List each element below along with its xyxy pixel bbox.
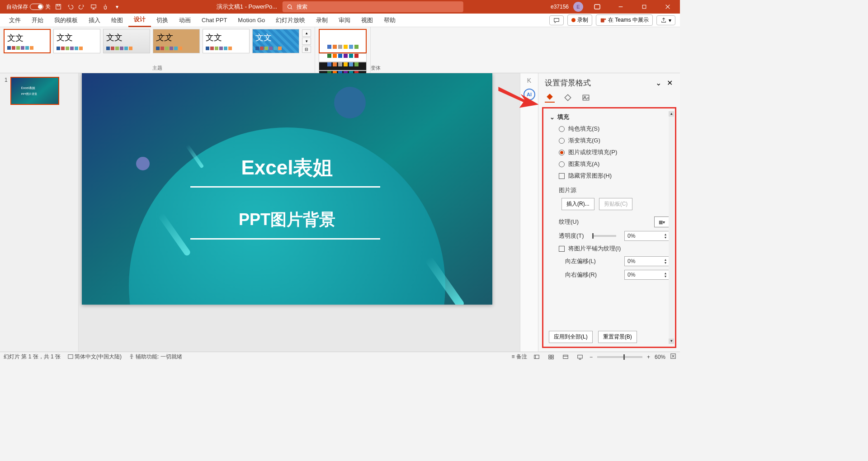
zoom-slider[interactable] xyxy=(597,356,642,358)
fill-tab-icon[interactable] xyxy=(545,93,555,103)
insert-picture-button[interactable]: 插入(R)... xyxy=(561,198,594,210)
scroll-down-icon[interactable]: ▾ xyxy=(669,339,674,344)
accessibility-indicator[interactable]: 辅助功能: 一切就绪 xyxy=(129,353,182,361)
slide-subtitle[interactable]: PPT图片背景 xyxy=(82,209,492,231)
transparency-input[interactable]: 0%▴▾ xyxy=(624,231,670,241)
picture-source-label: 图片源 xyxy=(550,186,670,194)
theme-thumb-2[interactable]: 文文 xyxy=(53,29,100,53)
scroll-up-icon[interactable]: ▴ xyxy=(669,111,674,117)
reset-bg-button[interactable]: 重置背景(B) xyxy=(598,331,637,343)
touch-icon[interactable] xyxy=(101,3,109,11)
user-avatar[interactable]: E xyxy=(573,2,583,12)
radio-picture-fill[interactable]: 图片或纹理填充(P) xyxy=(550,148,670,156)
variant-2[interactable] xyxy=(319,53,367,62)
radio-solid-fill[interactable]: 纯色填充(S) xyxy=(550,125,670,133)
radio-pattern-fill[interactable]: 图案填充(A) xyxy=(550,160,670,168)
tab-draw[interactable]: 绘图 xyxy=(106,14,128,27)
tab-animations[interactable]: 动画 xyxy=(174,14,196,27)
tab-transitions[interactable]: 切换 xyxy=(151,14,174,27)
tab-motion-go[interactable]: Motion Go xyxy=(232,14,270,27)
comments-button[interactable] xyxy=(549,15,564,25)
pane-scrollbar[interactable]: ▴▾ xyxy=(669,111,674,344)
slideshow-view-icon[interactable] xyxy=(575,353,585,361)
variants-label: 变体 xyxy=(371,65,381,73)
transparency-slider[interactable] xyxy=(592,235,616,237)
offset-left-input[interactable]: 0%▴▾ xyxy=(624,256,670,266)
texture-label: 纹理(U) xyxy=(559,218,579,226)
offset-left-label: 向左偏移(L) xyxy=(565,257,596,265)
clipboard-button[interactable]: 剪贴板(C) xyxy=(599,198,633,210)
variant-1[interactable] xyxy=(319,29,367,53)
tab-home[interactable]: 开始 xyxy=(26,14,49,27)
theme-thumb-6[interactable]: 文文 xyxy=(252,29,299,53)
share-button[interactable]: ▾ xyxy=(656,15,675,25)
ribbon-tabs: 文件 开始 我的模板 插入 绘图 设计 切换 动画 Chat PPT Motio… xyxy=(0,14,680,27)
theme-thumb-5[interactable]: 文文 xyxy=(203,29,250,53)
slide-thumb-image[interactable]: Excel表姐 PPT图片背景 xyxy=(10,77,59,105)
redo-icon[interactable] xyxy=(78,3,86,11)
tab-design[interactable]: 设计 xyxy=(128,14,151,27)
pane-options-icon[interactable]: ⌄ xyxy=(652,79,665,87)
ribbon-mode-icon[interactable] xyxy=(588,0,607,14)
autosave-toggle[interactable]: 自动保存 关 xyxy=(6,3,51,11)
bg-shape-circle-small xyxy=(334,87,366,118)
toggle-off-icon[interactable] xyxy=(30,4,43,10)
themes-expand-icon[interactable]: ⊟ xyxy=(302,46,311,53)
thumbnail-panel[interactable]: 1 Excel表姐 PPT图片背景 xyxy=(0,73,79,352)
tab-record[interactable]: 录制 xyxy=(311,14,333,27)
fill-section-header[interactable]: ⌄填充 xyxy=(550,113,670,121)
teams-present-button[interactable]: 在 Teams 中展示 xyxy=(596,14,653,26)
canvas-area[interactable]: Excel表姐 PPT图片背景 xyxy=(79,73,520,352)
svg-rect-19 xyxy=(552,357,553,359)
reading-view-icon[interactable] xyxy=(561,353,571,361)
pane-close-icon[interactable]: ✕ xyxy=(665,79,675,87)
minimize-icon[interactable] xyxy=(611,0,630,14)
sorter-view-icon[interactable] xyxy=(546,353,556,361)
slide-canvas[interactable]: Excel表姐 PPT图片背景 xyxy=(82,73,492,305)
record-button[interactable]: 录制 xyxy=(567,14,592,26)
tab-chat-ppt[interactable]: Chat PPT xyxy=(196,14,232,27)
theme-thumb-4[interactable]: 文文 xyxy=(153,29,200,53)
close-icon[interactable] xyxy=(658,0,677,14)
svg-rect-5 xyxy=(642,5,646,9)
theme-thumb-1[interactable]: 文文 xyxy=(4,29,51,53)
present-icon[interactable] xyxy=(90,3,98,11)
collapse-pane-icon[interactable]: K xyxy=(527,77,531,84)
tab-view[interactable]: 视图 xyxy=(356,14,378,27)
checkbox-tile[interactable]: 将图片平铺为纹理(I) xyxy=(550,245,670,253)
tab-review[interactable]: 审阅 xyxy=(333,14,356,27)
tab-insert[interactable]: 插入 xyxy=(83,14,106,27)
picture-tab-icon[interactable] xyxy=(581,93,591,103)
slide-title[interactable]: Excel表姐 xyxy=(82,155,492,181)
effects-tab-icon[interactable] xyxy=(563,93,573,103)
language-indicator[interactable]: 简体中文(中国大陆) xyxy=(68,353,122,361)
offset-right-input[interactable]: 0%▴▾ xyxy=(624,270,670,280)
tab-file[interactable]: 文件 xyxy=(4,14,26,27)
normal-view-icon[interactable] xyxy=(532,353,542,361)
undo-icon[interactable] xyxy=(66,3,74,11)
teams-icon xyxy=(600,17,606,24)
slide-thumb-1[interactable]: 1 Excel表姐 PPT图片背景 xyxy=(5,77,74,105)
texture-picker[interactable]: ▦▾ xyxy=(654,216,670,227)
svg-rect-2 xyxy=(91,5,96,8)
checkbox-hide-bg[interactable]: 隐藏背景图形(H) xyxy=(550,172,670,180)
tab-my-templates[interactable]: 我的模板 xyxy=(49,14,83,27)
apply-all-button[interactable]: 应用到全部(L) xyxy=(549,331,593,343)
tab-help[interactable]: 帮助 xyxy=(378,14,401,27)
fit-window-icon[interactable] xyxy=(670,353,676,361)
save-icon[interactable] xyxy=(54,3,62,11)
maximize-icon[interactable] xyxy=(635,0,654,14)
qat-dropdown-icon[interactable]: ▾ xyxy=(113,3,121,11)
zoom-level[interactable]: 60% xyxy=(655,354,665,360)
search-input[interactable]: 搜索 xyxy=(283,1,463,12)
themes-up-icon[interactable]: ▴ xyxy=(302,29,311,37)
zoom-out-icon[interactable]: − xyxy=(590,354,593,360)
variant-3[interactable] xyxy=(319,62,367,71)
notes-button[interactable]: ≡ 备注 xyxy=(512,353,527,361)
theme-thumb-3[interactable]: 文文 xyxy=(103,29,150,53)
themes-down-icon[interactable]: ▾ xyxy=(302,38,311,45)
zoom-in-icon[interactable]: + xyxy=(647,354,650,360)
tab-slideshow[interactable]: 幻灯片放映 xyxy=(270,14,311,27)
pane-title: 设置背景格式 xyxy=(545,78,652,88)
radio-gradient-fill[interactable]: 渐变填充(G) xyxy=(550,136,670,145)
